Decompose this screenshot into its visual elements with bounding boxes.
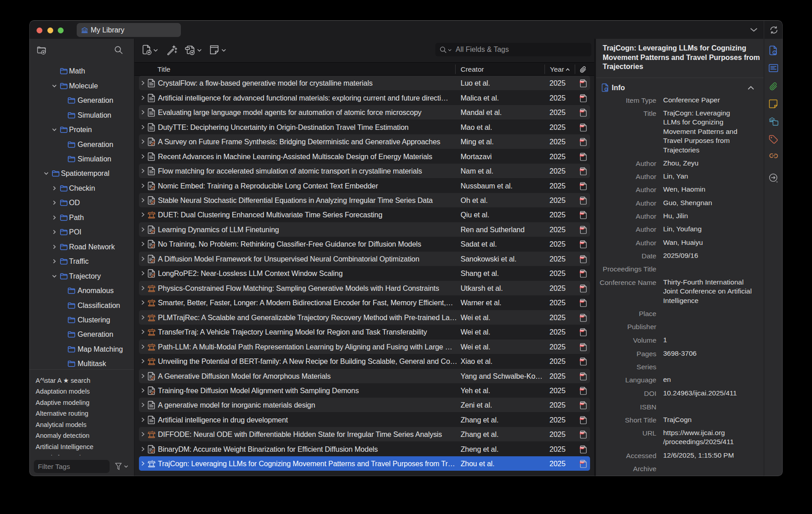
svg-text:PDF: PDF xyxy=(580,374,584,376)
svg-text:PDF: PDF xyxy=(580,154,584,156)
svg-text:PDF: PDF xyxy=(580,315,584,317)
svg-text:PDF: PDF xyxy=(580,403,584,405)
svg-text:PDF: PDF xyxy=(580,110,584,112)
svg-text:PDF: PDF xyxy=(580,212,584,215)
svg-text:PDF: PDF xyxy=(580,242,584,244)
svg-text:PDF: PDF xyxy=(580,198,584,200)
svg-text:PDF: PDF xyxy=(580,330,584,332)
svg-text:PDF: PDF xyxy=(580,388,584,390)
svg-text:PDF: PDF xyxy=(580,169,584,171)
svg-text:PDF: PDF xyxy=(580,461,584,464)
svg-text:PDF: PDF xyxy=(580,81,584,83)
svg-text:PDF: PDF xyxy=(580,257,584,259)
svg-text:PDF: PDF xyxy=(580,418,584,420)
svg-text:PDF: PDF xyxy=(580,359,584,361)
svg-text:PDF: PDF xyxy=(580,432,584,434)
svg-text:PDF: PDF xyxy=(580,447,584,449)
svg-text:PDF: PDF xyxy=(580,271,584,273)
svg-text:PDF: PDF xyxy=(580,344,584,347)
svg-text:PDF: PDF xyxy=(580,227,584,229)
svg-text:PDF: PDF xyxy=(580,286,584,288)
svg-text:PDF: PDF xyxy=(580,184,584,186)
svg-text:PDF: PDF xyxy=(580,139,584,142)
svg-text:PDF: PDF xyxy=(580,96,584,98)
svg-text:PDF: PDF xyxy=(580,300,584,303)
svg-text:PDF: PDF xyxy=(580,125,584,127)
